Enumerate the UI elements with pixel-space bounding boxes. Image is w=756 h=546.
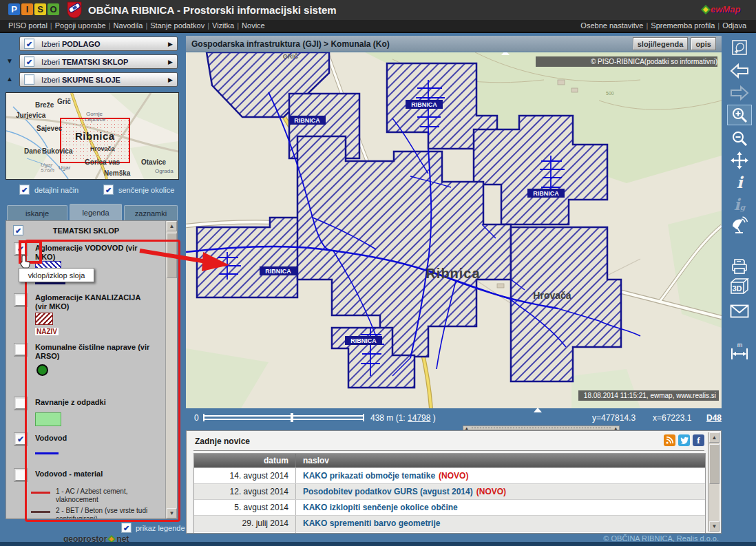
- collapse-tematski-icon[interactable]: ▼: [4, 57, 15, 65]
- accordion-skupni-sloji[interactable]: Izberi SKUPNE SLOJE ▶: [19, 72, 178, 87]
- map-canvas[interactable]: 500 500: [186, 52, 722, 408]
- news-link[interactable]: KAKO spremeniti barvo geometrije: [303, 518, 440, 528]
- forward-button[interactable]: [727, 83, 752, 103]
- menu-vizitka[interactable]: Vizitka: [212, 21, 234, 30]
- detajlni-checkbox[interactable]: ✔: [19, 185, 30, 195]
- status-bar: 0 438 m (1: 14798 ) y=477814.3 x=67223.1…: [186, 410, 722, 426]
- scale-slider[interactable]: [202, 413, 365, 422]
- gps-button[interactable]: [727, 215, 752, 235]
- info-g-button[interactable]: ig: [727, 193, 752, 214]
- piso-logo[interactable]: PISO: [8, 3, 61, 15]
- news-row[interactable]: 14. avgust 2014 KAKO prikazati območje t…: [194, 468, 705, 483]
- panel-splitter[interactable]: ▴ ▴: [463, 426, 620, 430]
- scroll-down-icon[interactable]: ▼: [167, 508, 177, 518]
- scale-text: 438 m (1:: [370, 413, 406, 423]
- info-button[interactable]: i: [727, 171, 752, 192]
- measure-button[interactable]: m: [727, 342, 752, 362]
- scroll-up-icon[interactable]: ▲: [167, 221, 177, 231]
- full-extent-button[interactable]: [727, 37, 752, 58]
- scroll-thumb[interactable]: [167, 233, 177, 278]
- logo-letter-p: P: [8, 3, 20, 15]
- accordion-tematski-sklop[interactable]: ✔ Izberi TEMATSKI SKLOP ▶: [19, 54, 178, 69]
- layer-checkbox-vodovod-material[interactable]: [14, 469, 27, 481]
- arrow-right-icon[interactable]: ▶: [168, 76, 173, 83]
- news-row[interactable]: 5. avgust 2014 KAKO izklopiti senčenje o…: [194, 499, 705, 515]
- news-link[interactable]: Posodobitev podatkov GURS (avgust 2014): [303, 487, 473, 496]
- option-detajlni-nacin[interactable]: ✔ detajlni način: [19, 185, 78, 195]
- 3d-button[interactable]: 3D: [727, 277, 752, 297]
- podlago-checkbox[interactable]: ✔: [24, 39, 34, 49]
- layer-label[interactable]: Aglomeracije VODOVOD (vir MKO): [35, 244, 152, 262]
- news-row[interactable]: 24. julij 2014 KAKO najhitreje do seznam…: [194, 531, 705, 534]
- pan-button[interactable]: [727, 150, 752, 171]
- news-link[interactable]: KAKO prikazati območje tematike: [303, 471, 435, 481]
- zoom-out-button[interactable]: [727, 128, 752, 149]
- layer-label[interactable]: Vodovod - material: [35, 470, 152, 479]
- panel-collapse-icon[interactable]: [501, 52, 510, 55]
- menu-sprememba-profila[interactable]: Sprememba profila: [651, 21, 715, 30]
- layer-checkbox-aglomeracije-vodovod[interactable]: ✔: [14, 243, 27, 255]
- twitter-icon[interactable]: [678, 434, 690, 446]
- rss-icon[interactable]: [664, 434, 675, 446]
- tab-iskanje[interactable]: iskanje: [7, 205, 67, 221]
- layer-checkbox-ravnanje-odpadki[interactable]: [14, 397, 27, 410]
- breadcrumb: Gospodarska infrastruktura (GJI) > Komun…: [191, 39, 390, 49]
- layer-label[interactable]: Komunalne čistilne naprave (vir ARSO): [35, 343, 152, 361]
- swatch-label: 1 - AC / Azbest cement, vlaknocement: [56, 487, 159, 504]
- news-row[interactable]: 29. julij 2014 KAKO spremeniti barvo geo…: [194, 515, 705, 531]
- news-table: datum naslov 14. avgust 2014 KAKO prikaz…: [193, 453, 706, 534]
- datum-link[interactable]: D48: [706, 413, 722, 423]
- facebook-icon[interactable]: f: [693, 434, 704, 446]
- news-scrollbar[interactable]: ▲ ▼: [708, 432, 720, 532]
- arrow-right-icon[interactable]: ▶: [168, 41, 173, 48]
- prikaz-legende-checkbox[interactable]: ✔: [121, 523, 132, 533]
- tab-legenda[interactable]: legenda: [70, 204, 122, 221]
- map-watermark: © PISO-RIBNICA(podatki so informativni): [591, 58, 717, 65]
- layer-label[interactable]: Aglomeracije KANALIZACIJA (vir MKO): [35, 293, 152, 311]
- menu-piso-portal[interactable]: PISO portal: [8, 21, 48, 30]
- skupni-checkbox[interactable]: [24, 74, 34, 85]
- opis-button[interactable]: opis: [691, 37, 716, 50]
- print-button[interactable]: [727, 256, 752, 277]
- option-sencenje-okolice[interactable]: ✔ senčenje okolice: [103, 185, 174, 195]
- back-button[interactable]: [727, 61, 752, 81]
- sloji-legenda-button[interactable]: sloji/legenda: [633, 37, 689, 50]
- hand-cursor-icon: [19, 255, 31, 271]
- mail-button[interactable]: [727, 301, 752, 322]
- menu-odjava[interactable]: Odjava: [722, 21, 746, 30]
- news-link[interactable]: KAKO izklopiti senčenje okolice občine: [303, 503, 458, 512]
- page-title: OBČINA RIBNICA - Prostorski informacijsk…: [88, 4, 337, 16]
- scale-value-link[interactable]: 14798: [408, 413, 430, 423]
- news-row[interactable]: 12. avgust 2014 Posodobitev podatkov GUR…: [194, 483, 705, 499]
- scroll-up-icon[interactable]: ▲: [709, 432, 720, 443]
- layer-label[interactable]: Ravnanje z odpadki: [35, 398, 152, 407]
- overview-label: 576m: [41, 167, 54, 174]
- scale-handle[interactable]: [291, 413, 293, 422]
- zoom-in-button[interactable]: [727, 105, 752, 125]
- overview-label: Hrovača: [90, 145, 115, 152]
- tematski-checkbox[interactable]: ✔: [24, 56, 34, 67]
- layer-checkbox-vodovod[interactable]: ✔: [14, 433, 27, 445]
- expand-skupni-icon[interactable]: ▲: [4, 75, 15, 83]
- accordion-podlago[interactable]: ✔ Izberi PODLAGO ▶: [19, 36, 178, 51]
- prikaz-legende-option[interactable]: ✔ prikaz legende: [121, 523, 185, 533]
- layer-checkbox-aglomeracije-kanalizacija[interactable]: [14, 294, 27, 306]
- scroll-down-icon[interactable]: ▼: [709, 521, 720, 532]
- menu-osebne-nastavitve[interactable]: Osebne nastavitve: [580, 21, 643, 30]
- scroll-thumb[interactable]: [709, 444, 720, 484]
- overview-label: Bukovica: [42, 147, 72, 155]
- scale-zero: 0: [194, 413, 199, 423]
- menu-stanje-podatkov[interactable]: Stanje podatkov: [150, 21, 204, 30]
- tab-zaznamki[interactable]: zaznamki: [124, 205, 178, 221]
- menu-pogoji-uporabe[interactable]: Pogoji uporabe: [55, 21, 106, 30]
- legend-scrollbar[interactable]: ▲ ▼: [165, 221, 177, 518]
- statusbar-collapse-icon[interactable]: [534, 408, 542, 412]
- map-header: Gospodarska infrastruktura (GJI) > Komun…: [186, 36, 722, 52]
- layer-label[interactable]: Vodovod: [35, 434, 152, 443]
- layer-checkbox-cistilne-naprave[interactable]: [14, 344, 27, 356]
- sencenje-checkbox[interactable]: ✔: [103, 185, 114, 195]
- arrow-right-icon[interactable]: ▶: [168, 59, 173, 65]
- menu-navodila[interactable]: Navodila: [114, 21, 143, 30]
- overview-map[interactable]: Breže Grič Jurjevica Gornje Lepovče Saje…: [6, 92, 179, 180]
- menu-novice[interactable]: Novice: [242, 21, 265, 30]
